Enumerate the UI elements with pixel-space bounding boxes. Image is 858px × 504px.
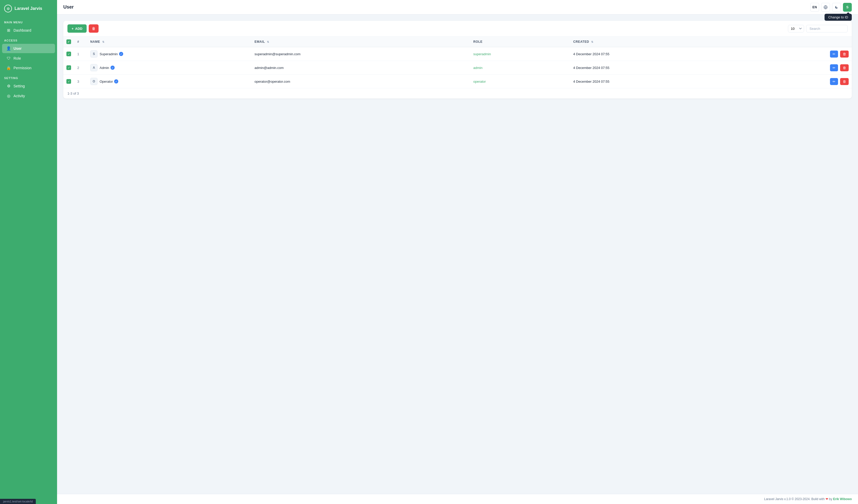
user-name-text: Operator: [100, 80, 113, 83]
moon-icon: [835, 5, 838, 9]
col-role: ROLE: [470, 36, 570, 47]
author-link[interactable]: Erik Wibowo: [833, 497, 852, 501]
globe-icon: [824, 5, 828, 9]
sidebar-item-activity[interactable]: ◎ Activity: [2, 91, 55, 101]
globe-icon-button[interactable]: [821, 3, 830, 12]
change-to-id-tooltip: Change to ID: [825, 14, 852, 21]
select-all-checkbox[interactable]: ✓: [66, 39, 71, 44]
main-content: User EN S Change to ID: [57, 0, 858, 504]
edit-button[interactable]: ✏: [830, 78, 838, 85]
per-page-select[interactable]: 10 25 50 100: [788, 25, 804, 32]
add-button[interactable]: + ADD: [67, 25, 86, 33]
sidebar-item-permission[interactable]: 🔒 Permission: [2, 63, 55, 72]
row-checkbox[interactable]: ✓: [66, 65, 71, 70]
page-title: User: [63, 4, 74, 10]
table-card: + ADD 🗑 10 25 50 100: [63, 21, 852, 98]
user-name-text: Admin: [100, 66, 109, 70]
col-email[interactable]: EMAIL ⇅: [251, 36, 470, 47]
created-sort-icon: ⇅: [591, 40, 593, 43]
heart-icon: ❤: [826, 497, 829, 501]
row-actions: ✏ 🗑: [748, 75, 852, 88]
trash-icon: 🗑: [92, 27, 95, 31]
col-created[interactable]: CREATED ⇅: [570, 36, 748, 47]
toolbar-right: 10 25 50 100: [788, 25, 848, 32]
row-name: A Admin ✓: [87, 61, 251, 75]
search-input[interactable]: [806, 25, 848, 32]
row-actions: ✏ 🗑: [748, 61, 852, 75]
row-role: superadmin: [470, 47, 570, 61]
row-checkbox-cell: ✓: [63, 75, 74, 88]
table-row: ✓ 3 O Operator ✓ operator@operator.com o…: [63, 75, 852, 88]
user-avatar: O: [90, 78, 97, 85]
row-checkbox-cell: ✓: [63, 61, 74, 75]
verified-badge: ✓: [114, 79, 118, 83]
sidebar-item-setting[interactable]: ⚙ Setting: [2, 81, 55, 91]
delete-button[interactable]: 🗑: [840, 51, 849, 58]
row-num: 3: [74, 75, 87, 88]
bulk-delete-button[interactable]: 🗑: [89, 25, 98, 33]
row-checkbox[interactable]: ✓: [66, 79, 71, 84]
gear-icon: ⚙: [6, 84, 11, 88]
section-label-setting: SETTING: [0, 73, 57, 81]
plus-icon: +: [72, 27, 74, 31]
user-avatar-button[interactable]: S: [843, 3, 852, 12]
sidebar-logo: ⊙ Laravel Jarvis: [0, 0, 57, 17]
toolbar-left: + ADD 🗑: [67, 25, 98, 33]
table-row: ✓ 2 A Admin ✓ admin@admin.com admin 4 De…: [63, 61, 852, 75]
logo-icon: ⊙: [4, 5, 12, 13]
col-num: #: [74, 36, 87, 47]
row-created: 4 December 2024 07:55: [570, 75, 748, 88]
users-table: ✓ # NAME ⇅ EMAIL ⇅ ROLE CREATED ⇅: [63, 36, 852, 88]
row-checkbox[interactable]: ✓: [66, 52, 71, 56]
delete-button[interactable]: 🗑: [840, 64, 849, 71]
table-toolbar: + ADD 🗑 10 25 50 100: [63, 21, 852, 36]
row-email: admin@admin.com: [251, 61, 470, 75]
role-link[interactable]: admin: [473, 66, 482, 70]
sidebar-item-label: Permission: [14, 66, 31, 70]
row-email: operator@operator.com: [251, 75, 470, 88]
row-role: operator: [470, 75, 570, 88]
edit-button[interactable]: ✏: [830, 51, 838, 58]
table-body: ✓ 1 S Superadmin ✓ superadmin@superadmin…: [63, 47, 852, 88]
role-link[interactable]: superadmin: [473, 52, 491, 56]
language-button[interactable]: EN: [810, 3, 819, 12]
user-avatar: A: [90, 64, 97, 71]
dark-mode-button[interactable]: [832, 3, 841, 12]
pagination-text: 1-3 of 3: [67, 92, 79, 95]
sidebar-item-dashboard[interactable]: ⊞ Dashboard: [2, 26, 55, 35]
verified-badge: ✓: [111, 66, 115, 70]
col-actions: [748, 36, 852, 47]
edit-button[interactable]: ✏: [830, 64, 838, 71]
row-num: 2: [74, 61, 87, 75]
footer-text: Laravel Jarvis v.1.0 © 2023-2024. Build …: [764, 497, 825, 501]
shield-icon: 🛡: [6, 56, 11, 61]
sidebar-item-user[interactable]: 👤 User: [2, 44, 55, 53]
table-row: ✓ 1 S Superadmin ✓ superadmin@superadmin…: [63, 47, 852, 61]
header: User EN S Change to ID: [57, 0, 858, 15]
user-icon: 👤: [6, 46, 11, 51]
delete-button[interactable]: 🗑: [840, 78, 849, 85]
user-avatar: S: [90, 50, 97, 58]
col-checkbox: ✓: [63, 36, 74, 47]
sidebar-item-role[interactable]: 🛡 Role: [2, 54, 55, 63]
section-label-access: ACCESS: [0, 35, 57, 44]
bottom-status-bar: jarvis1.test/set-locale/id: [0, 499, 36, 504]
add-label: ADD: [75, 27, 82, 31]
table-header-row: ✓ # NAME ⇅ EMAIL ⇅ ROLE CREATED ⇅: [63, 36, 852, 47]
row-email: superadmin@superadmin.com: [251, 47, 470, 61]
verified-badge: ✓: [119, 52, 123, 56]
role-link[interactable]: operator: [473, 80, 486, 83]
activity-icon: ◎: [6, 94, 11, 98]
row-name: O Operator ✓: [87, 75, 251, 88]
sidebar-item-label: User: [14, 46, 21, 51]
row-name: S Superadmin ✓: [87, 47, 251, 61]
row-num: 1: [74, 47, 87, 61]
col-name[interactable]: NAME ⇅: [87, 36, 251, 47]
row-checkbox-cell: ✓: [63, 47, 74, 61]
table-footer: 1-3 of 3: [63, 88, 852, 98]
app-name: Laravel Jarvis: [15, 6, 42, 11]
status-url: jarvis1.test/set-locale/id: [3, 500, 33, 503]
section-label-main: MAIN MENU: [0, 17, 57, 26]
grid-icon: ⊞: [6, 28, 11, 33]
lock-icon: 🔒: [6, 66, 11, 70]
